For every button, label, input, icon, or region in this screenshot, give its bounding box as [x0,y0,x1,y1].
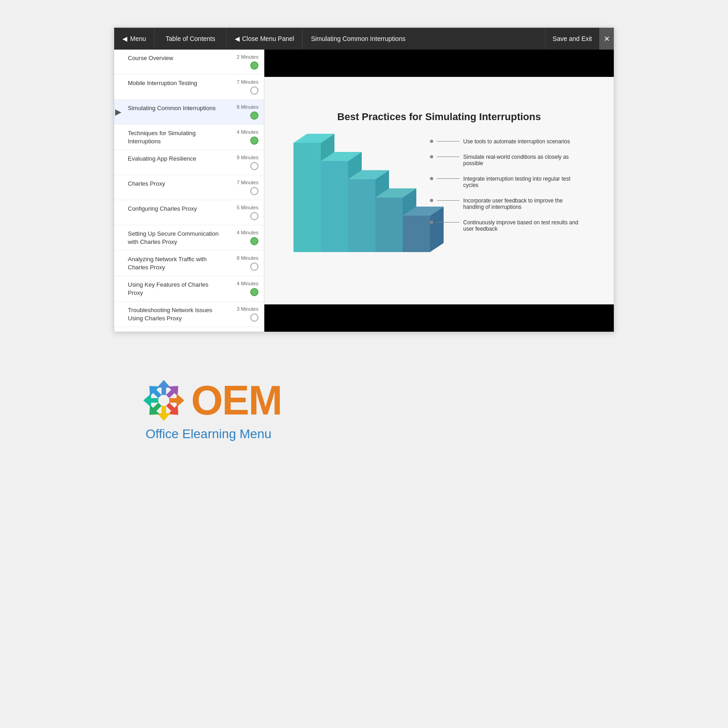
sidebar-item-minutes: 7 Minutes [237,79,258,85]
svg-marker-6 [348,179,375,252]
main-content: Course Overview2 MinutesMobile Interrupt… [114,50,614,332]
sidebar-item-minutes: 8 Minutes [237,104,258,110]
status-indicator [250,313,258,322]
menu-label: Menu [130,35,146,42]
bullet-line-1 [437,141,460,142]
bullet-item-2: Simulate real-world conditions as closel… [430,154,585,167]
app-container: ◀ Menu Table of Contents ◀ Close Menu Pa… [114,27,614,332]
oem-logo-icon [141,378,187,423]
status-indicator [250,111,258,120]
status-indicator [250,61,258,70]
sidebar-item-setting-up-secure-communication[interactable]: Setting Up Secure Communication with Cha… [114,225,264,251]
bullet-line-2 [437,157,460,157]
svg-marker-12 [403,216,430,252]
bullet-dot-4 [430,199,433,202]
sidebar-item-troubleshooting-network-issues[interactable]: Troubleshooting Network Issues Using Cha… [114,302,264,327]
sidebar-item-label: Setting Up Secure Communication with Cha… [120,230,222,246]
status-indicator [250,288,258,296]
bullet-line-5 [437,222,460,222]
status-indicator [250,86,258,95]
status-indicator [250,237,258,245]
sidebar-item-minutes: 5 Minutes [237,205,258,210]
sidebar-item-minutes: 8 Minutes [237,255,258,261]
sidebar-item-minutes: 2 Minutes [237,54,258,60]
menu-button[interactable]: ◀ Menu [114,28,155,50]
slide-title-nav: Simulating Common Interruptions [303,35,545,42]
bullet-text-5: Continuously improve based on test resul… [463,219,585,232]
close-panel-button[interactable]: ◀ Close Menu Panel [227,28,303,50]
logo-area: OEM Office Elearning Menu [114,359,614,460]
sidebar-item-charles-proxy[interactable]: Charles Proxy7 Minutes [114,175,264,200]
slide-area: Best Practices for Simulating Interrupti… [264,50,614,332]
sidebar-item-using-key-features[interactable]: Using Key Features of Charles Proxy4 Min… [114,276,264,302]
sidebar-item-label: Troubleshooting Network Issues Using Cha… [120,306,222,322]
sidebar-item-minutes: 4 Minutes [237,129,258,135]
svg-marker-0 [293,143,321,252]
sidebar-item-label: Analyzing Network Traffic with Charles P… [120,255,222,271]
status-indicator [250,162,258,170]
bullet-text-2: Simulate real-world conditions as closel… [463,154,585,167]
bullet-dot-5 [430,221,433,224]
sidebar-item-label: Using Key Features of Charles Proxy [120,281,222,297]
toc-label: Table of Contents [155,28,227,50]
bullet-line-3 [437,178,460,179]
sidebar-item-minutes: 7 Minutes [237,180,258,185]
sidebar-item-course-overview[interactable]: Course Overview2 Minutes [114,50,264,75]
bullet-text-4: Incorporate user feedback to improve the… [463,197,585,210]
active-arrow-icon: ▶ [115,107,121,117]
sidebar-item-label: Configuring Charles Proxy [120,205,222,213]
save-exit-button[interactable]: Save and Exit [545,28,599,50]
sidebar-item-label: Simulating Common Interruptions [120,104,222,112]
sidebar-item-label: Evaluating App Resilience [120,155,222,163]
save-exit-label: Save and Exit [553,35,592,42]
sidebar-item-label: Charles Proxy [120,180,222,188]
logo-container: OEM [141,378,282,423]
slide-diagram: Use tools to automate interruption scena… [278,134,600,270]
bullet-item-4: Incorporate user feedback to improve the… [430,197,585,210]
sidebar-item-techniques-simulating[interactable]: Techniques for Simulating Interruptions4… [114,125,264,150]
sidebar-item-label: Course Overview [120,54,222,62]
status-indicator [250,136,258,145]
slide-main-title: Best Practices for Simulating Interrupti… [337,111,541,123]
sidebar-item-minutes: 4 Minutes [237,230,258,235]
oem-logo-subtitle: Office Elearning Menu [141,427,272,441]
status-indicator [250,212,258,220]
svg-marker-3 [321,161,348,252]
sidebar-item-minutes: 3 Minutes [237,306,258,312]
slide-bottom-bar [264,304,614,332]
sidebar-item-mobile-interruption-testing[interactable]: Mobile Interruption Testing7 Minutes [114,75,264,100]
sidebar-item-minutes: 4 Minutes [237,281,258,286]
sidebar-item-evaluating-app-resilience[interactable]: Evaluating App Resilience9 Minutes [114,150,264,175]
sidebar-item-configuring-charles-proxy[interactable]: Configuring Charles Proxy5 Minutes [114,200,264,225]
bullet-dot-3 [430,177,433,180]
close-x-button[interactable]: ✕ [599,28,614,50]
status-indicator [250,187,258,195]
close-x-icon: ✕ [604,35,610,43]
sidebar: Course Overview2 MinutesMobile Interrupt… [114,50,264,332]
sidebar-item-label: Mobile Interruption Testing [120,79,222,87]
bullet-item-5: Continuously improve based on test resul… [430,219,585,232]
bullet-item-3: Integrate interruption testing into regu… [430,176,585,188]
chevron-left-icon: ◀ [122,35,127,42]
bullet-item-1: Use tools to automate interruption scena… [430,138,585,145]
bullet-text-1: Use tools to automate interruption scena… [463,138,570,145]
bullet-dot-2 [430,155,433,158]
close-panel-label: Close Menu Panel [242,35,294,42]
staircase-svg [284,134,448,266]
bullet-list: Use tools to automate interruption scena… [430,138,585,232]
sidebar-item-label: Techniques for Simulating Interruptions [120,129,222,145]
bullet-text-3: Integrate interruption testing into regu… [463,176,585,188]
slide-top-bar [264,50,614,77]
sidebar-item-minutes: 9 Minutes [237,155,258,160]
svg-marker-9 [375,197,403,252]
triangle-left-icon: ◀ [235,35,240,42]
status-indicator [250,263,258,271]
sidebar-item-analyzing-network-traffic[interactable]: Analyzing Network Traffic with Charles P… [114,251,264,276]
bullet-line-4 [437,200,460,201]
oem-logo-text: OEM [191,380,282,421]
bullet-dot-1 [430,140,433,143]
sidebar-item-simulating-common-interruptions[interactable]: ▶Simulating Common Interruptions8 Minute… [114,100,264,125]
top-nav: ◀ Menu Table of Contents ◀ Close Menu Pa… [114,28,614,50]
sidebar-item-simulating-server-responses[interactable]: Simulating Server Responses with Charles… [114,327,264,332]
slide-content: Best Practices for Simulating Interrupti… [264,77,614,304]
